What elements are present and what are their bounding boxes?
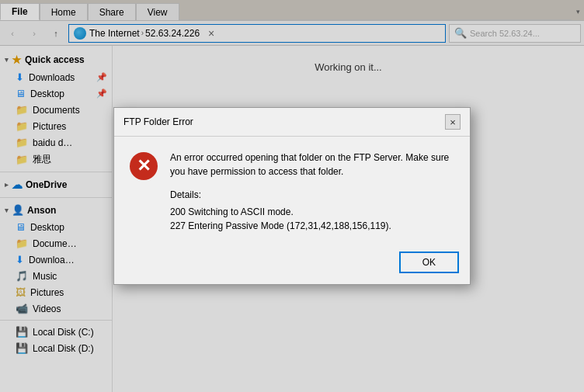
ok-button[interactable]: OK xyxy=(399,252,459,273)
modal-detail-line-2: 227 Entering Passive Mode (172,31,42,188… xyxy=(170,219,454,233)
modal-detail-line-1: 200 Switching to ASCII mode. xyxy=(170,205,454,219)
modal-titlebar: FTP Folder Error × xyxy=(114,108,470,137)
error-icon: ✕ xyxy=(130,152,158,180)
modal-overlay: FTP Folder Error × ✕ An error occurred o… xyxy=(0,0,584,392)
modal-body: ✕ An error occurred opening that folder … xyxy=(114,137,470,245)
modal-title: FTP Folder Error xyxy=(123,116,193,127)
modal-main-message: An error occurred opening that folder on… xyxy=(170,151,454,179)
ftp-error-modal: FTP Folder Error × ✕ An error occurred o… xyxy=(113,107,471,285)
modal-content-text: An error occurred opening that folder on… xyxy=(170,151,454,233)
modal-footer: OK xyxy=(114,245,470,284)
modal-close-button[interactable]: × xyxy=(445,114,461,130)
modal-details-label: Details: xyxy=(170,188,454,202)
